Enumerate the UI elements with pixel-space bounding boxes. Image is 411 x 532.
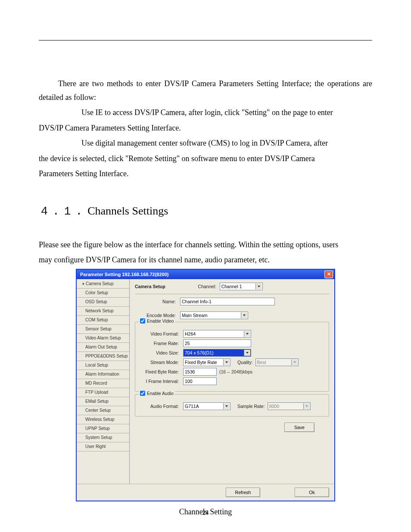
section-heading: ４.１.Channels Settings: [39, 203, 372, 218]
chevron-right-icon: [83, 283, 84, 285]
top-rule: [39, 40, 372, 40]
figure-intro: Please see the figure below as the inter…: [39, 238, 372, 267]
audio-format-select[interactable]: [183, 402, 230, 410]
stream-mode-select[interactable]: [183, 358, 230, 366]
sidebar-item-osd-setup[interactable]: OSD Setup: [77, 298, 129, 307]
video-format-label: Video Format:: [138, 331, 183, 336]
sidebar-item-color-setup[interactable]: Color Setup: [77, 289, 129, 298]
sidebar-item-alarm-information[interactable]: Alarm Information: [77, 370, 129, 379]
sample-rate-label: Sample Rate:: [237, 404, 265, 409]
quality-label: Quality:: [237, 360, 253, 365]
frame-rate-input[interactable]: [183, 339, 251, 347]
sidebar-item-ftp-upload[interactable]: FTP Upload: [77, 388, 129, 397]
intro-text: There are two methods to enter DVS/IP Ca…: [39, 77, 372, 181]
channel-label: Channel:: [198, 284, 216, 289]
audio-format-label: Audio Format:: [138, 404, 183, 409]
dialog-footer: Refresh Ok: [77, 484, 334, 501]
enable-video-checkbox[interactable]: [140, 318, 145, 324]
channel-select[interactable]: [220, 283, 263, 290]
enable-audio-label: Enable Audio: [147, 391, 174, 396]
sidebar-item-upnp-setup[interactable]: UPNP Setup: [77, 424, 129, 433]
enable-audio-group: Enable Audio Audio Format: Sample Rate:: [135, 394, 329, 417]
frame-rate-label: Frame Rate:: [138, 341, 183, 346]
sidebar-item-pppoe-ddns-setup[interactable]: PPPOE&DDNS Setup: [77, 352, 129, 361]
encode-mode-select[interactable]: [180, 311, 248, 319]
close-icon[interactable]: ✕: [324, 271, 333, 278]
enable-video-label: Enable Video: [147, 318, 174, 324]
sidebar-item-video-alarm-setup[interactable]: Video Alarm Setup: [77, 334, 129, 343]
sidebar-item-email-setup[interactable]: EMail Setup: [77, 397, 129, 406]
sidebar-item-network-setup[interactable]: Network Setup: [77, 307, 129, 316]
ok-button[interactable]: Ok: [295, 488, 329, 497]
refresh-button[interactable]: Refresh: [226, 488, 260, 497]
name-label: Name:: [135, 299, 180, 304]
video-size-label: Video Size:: [138, 350, 183, 355]
dialog-titlebar[interactable]: Parameter Setting 192.168.168.72(8200) ✕: [77, 270, 334, 279]
sidebar-item-camera-setup[interactable]: Camera Setup: [77, 280, 129, 289]
fixed-byte-rate-label: Fixed Byte Rate:: [138, 369, 183, 374]
sidebar-item-local-setup[interactable]: Local Setup: [77, 361, 129, 370]
iframe-interval-input[interactable]: [183, 377, 217, 385]
sidebar-item-user-right[interactable]: User Right: [77, 442, 129, 451]
sidebar-item-system-setup[interactable]: System Setup: [77, 433, 129, 442]
fixed-byte-rate-input[interactable]: [183, 368, 217, 376]
name-input[interactable]: [180, 298, 275, 305]
enable-audio-checkbox[interactable]: [140, 391, 145, 396]
panel-title: Camera Setup: [135, 284, 165, 289]
parameter-setting-dialog: Parameter Setting 192.168.168.72(8200) ✕…: [76, 269, 335, 501]
dialog-title: Parameter Setting 192.168.168.72(8200): [80, 272, 168, 277]
video-format-select[interactable]: [183, 330, 251, 338]
stream-mode-label: Stream Mode:: [138, 360, 183, 365]
sidebar: Camera Setup Color Setup OSD Setup Netwo…: [77, 279, 130, 484]
quality-select: [255, 358, 299, 366]
sidebar-item-alarm-out-setup[interactable]: Alarm Out Setup: [77, 343, 129, 352]
video-size-select[interactable]: [183, 349, 251, 357]
enable-video-group: Enable Video Video Format: Frame Rate: V…: [135, 322, 329, 392]
sidebar-item-md-record[interactable]: MD Record: [77, 379, 129, 388]
save-button[interactable]: Save: [284, 423, 314, 432]
iframe-interval-label: I Frame Interval:: [138, 379, 183, 384]
encode-mode-label: Encode Mode:: [135, 313, 180, 318]
page-number: 24: [0, 509, 411, 516]
sidebar-item-center-setup[interactable]: Center Setup: [77, 406, 129, 415]
byte-rate-hint: (16 -- 2048)kbps: [219, 369, 252, 374]
sidebar-item-com-setup[interactable]: COM Setup: [77, 316, 129, 325]
sample-rate-select: [268, 402, 311, 410]
sidebar-item-sensor-setup[interactable]: Sensor Setup: [77, 325, 129, 334]
main-panel: Camera Setup Channel: Name: Encode Mode:: [130, 279, 334, 484]
sidebar-item-wireless-setup[interactable]: Wireless Setup: [77, 415, 129, 424]
